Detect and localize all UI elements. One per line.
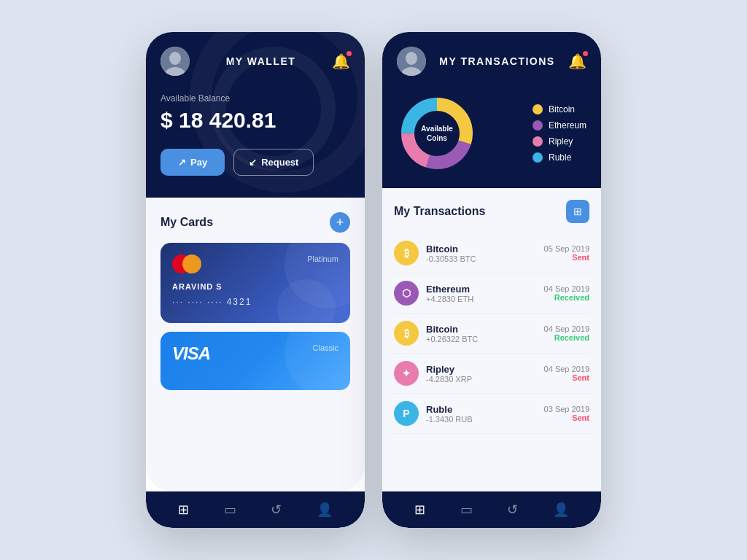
legend-bitcoin: Bitcoin bbox=[533, 104, 587, 114]
wallet-title: MY WALLET bbox=[226, 55, 296, 67]
tx-status-ruble: Sent bbox=[544, 413, 589, 422]
my-cards-header: My Cards + bbox=[160, 212, 350, 233]
tx-icon-bitcoin1: ₿ bbox=[394, 241, 419, 265]
tx-status-bitcoin1: Sent bbox=[544, 253, 589, 262]
tx-name-ruble: Ruble bbox=[426, 404, 537, 415]
card-type-platinum: Platinum bbox=[307, 254, 338, 263]
table-row: P Ruble -1.3430 RUB 03 Sep 2019 Sent bbox=[394, 394, 589, 434]
nav-user-icon[interactable]: 👤 bbox=[317, 502, 333, 518]
legend-label-ripley: Ripley bbox=[549, 136, 573, 147]
svg-point-1 bbox=[169, 52, 181, 65]
action-buttons: ↗ Pay ↙ Request bbox=[160, 149, 350, 176]
legend-dot-ruble bbox=[533, 152, 543, 163]
tx-date-ripley: 04 Sep 2019 bbox=[544, 365, 589, 373]
tx-icon-ripley: ✦ bbox=[394, 361, 419, 386]
tx-name-ethereum: Ethereum bbox=[426, 284, 537, 295]
tx-status-bitcoin2: Received bbox=[544, 333, 589, 342]
donut-chart: AvailableCoins bbox=[397, 93, 477, 174]
tx-icon-ethereum: ⬡ bbox=[394, 281, 419, 306]
legend-dot-ethereum bbox=[533, 120, 543, 131]
tx-info-ripley: Ripley -4.2830 XRP bbox=[426, 364, 537, 384]
tx-nav-history-icon[interactable]: ↺ bbox=[507, 502, 518, 518]
tx-name-bitcoin2: Bitcoin bbox=[426, 324, 537, 335]
wallet-header-top: MY WALLET 🔔 bbox=[160, 47, 350, 76]
tx-amount-bitcoin1: -0.30533 BTC bbox=[426, 254, 537, 263]
bell-icon[interactable]: 🔔 bbox=[332, 52, 350, 70]
legend-dot-bitcoin bbox=[533, 104, 543, 114]
tx-header-top: MY TRANSACTIONS 🔔 bbox=[397, 47, 587, 76]
legend-label-ethereum: Ethereum bbox=[549, 120, 587, 131]
card-platinum: Platinum ARAVIND S ··· ···· ···· 4321 bbox=[160, 243, 350, 323]
tx-name-bitcoin1: Bitcoin bbox=[426, 244, 537, 254]
mc-yellow-circle bbox=[182, 254, 201, 273]
tx-nav-grid-icon[interactable]: ⊞ bbox=[414, 502, 425, 518]
tx-amount-ethereum: +4.2830 ETH bbox=[426, 295, 537, 303]
nav-card-icon[interactable]: ▭ bbox=[224, 502, 236, 518]
tx-status-ethereum: Received bbox=[544, 293, 589, 302]
tx-date-ethereum: 04 Sep 2019 bbox=[544, 284, 589, 293]
nav-history-icon[interactable]: ↺ bbox=[271, 502, 282, 518]
tx-section-header: My Transactions ⊞ bbox=[394, 200, 589, 223]
tx-nav-card-icon[interactable]: ▭ bbox=[460, 502, 473, 518]
tx-name-ripley: Ripley bbox=[426, 364, 537, 375]
tx-title: MY TRANSACTIONS bbox=[439, 55, 554, 67]
filter-button[interactable]: ⊞ bbox=[566, 200, 589, 223]
tx-date-col-bitcoin1: 05 Sep 2019 Sent bbox=[544, 244, 589, 262]
legend-ripley: Ripley bbox=[533, 136, 587, 147]
tx-date-col-bitcoin2: 04 Sep 2019 Received bbox=[544, 324, 589, 342]
tx-amount-ruble: -1.3430 RUB bbox=[426, 415, 537, 424]
wallet-bottom-nav: ⊞ ▭ ↺ 👤 bbox=[146, 491, 365, 528]
tx-date-col-ruble: 03 Sep 2019 Sent bbox=[544, 405, 589, 422]
legend-label-bitcoin: Bitcoin bbox=[549, 104, 575, 114]
legend-dot-ripley bbox=[533, 136, 543, 147]
svg-point-4 bbox=[406, 52, 417, 65]
transactions-phone: MY TRANSACTIONS 🔔 bbox=[382, 32, 601, 528]
tx-icon-bitcoin2: ₿ bbox=[394, 321, 419, 346]
tx-info-bitcoin2: Bitcoin +0.26322 BTC bbox=[426, 324, 537, 343]
card-visa: Classic VISA bbox=[160, 332, 350, 390]
pay-arrow-icon: ↗ bbox=[178, 157, 186, 168]
my-cards-title: My Cards bbox=[160, 216, 213, 229]
tx-notification-dot bbox=[583, 51, 588, 56]
table-row: ✦ Ripley -4.2830 XRP 04 Sep 2019 Sent bbox=[394, 354, 589, 394]
tx-date-ruble: 03 Sep 2019 bbox=[544, 405, 589, 413]
donut-legend: Bitcoin Ethereum Ripley Ruble bbox=[533, 104, 587, 163]
tx-info-ruble: Ruble -1.3430 RUB bbox=[426, 404, 537, 424]
wallet-header: MY WALLET 🔔 Available Balance $ 18 420.8… bbox=[146, 32, 365, 198]
table-row: ₿ Bitcoin +0.26322 BTC 04 Sep 2019 Recei… bbox=[394, 314, 589, 354]
tx-bottom-nav: ⊞ ▭ ↺ 👤 bbox=[382, 491, 601, 528]
table-row: ₿ Bitcoin -0.30533 BTC 05 Sep 2019 Sent bbox=[394, 233, 589, 273]
tx-bell-icon[interactable]: 🔔 bbox=[568, 52, 587, 70]
donut-section: AvailableCoins Bitcoin Ethereum Ripley bbox=[397, 93, 587, 174]
balance-amount: $ 18 420.81 bbox=[160, 108, 350, 133]
tx-amount-bitcoin2: +0.26322 BTC bbox=[426, 335, 537, 343]
mastercard-logo bbox=[172, 254, 201, 273]
balance-label: Available Balance bbox=[160, 93, 350, 104]
nav-grid-icon[interactable]: ⊞ bbox=[178, 502, 189, 518]
tx-amount-ripley: -4.2830 XRP bbox=[426, 375, 537, 384]
request-button[interactable]: ↙ Request bbox=[233, 149, 314, 176]
tx-nav-user-icon[interactable]: 👤 bbox=[553, 502, 569, 518]
wallet-body: My Cards + Platinum ARAVIND S ··· ···· ·… bbox=[146, 198, 365, 491]
transactions-header: MY TRANSACTIONS 🔔 bbox=[382, 32, 601, 188]
donut-center-text: AvailableCoins bbox=[421, 124, 453, 143]
tx-info-ethereum: Ethereum +4.2830 ETH bbox=[426, 284, 537, 303]
request-arrow-icon: ↙ bbox=[249, 157, 257, 168]
tx-status-ripley: Sent bbox=[544, 373, 589, 382]
wallet-phone: MY WALLET 🔔 Available Balance $ 18 420.8… bbox=[146, 32, 365, 528]
tx-info-bitcoin1: Bitcoin -0.30533 BTC bbox=[426, 244, 537, 263]
my-transactions-title: My Transactions bbox=[394, 205, 485, 218]
legend-ruble: Ruble bbox=[533, 152, 587, 163]
add-card-button[interactable]: + bbox=[330, 212, 350, 233]
legend-ethereum: Ethereum bbox=[533, 120, 587, 131]
legend-label-ruble: Ruble bbox=[549, 152, 571, 163]
tx-date-bitcoin2: 04 Sep 2019 bbox=[544, 324, 589, 333]
pay-button[interactable]: ↗ Pay bbox=[160, 149, 225, 176]
table-row: ⬡ Ethereum +4.2830 ETH 04 Sep 2019 Recei… bbox=[394, 273, 589, 314]
transactions-body: My Transactions ⊞ ₿ Bitcoin -0.30533 BTC… bbox=[382, 188, 601, 491]
tx-icon-ruble: P bbox=[394, 401, 419, 426]
notification-dot bbox=[347, 51, 352, 56]
visa-shine bbox=[285, 332, 350, 390]
tx-date-col-ethereum: 04 Sep 2019 Received bbox=[544, 284, 589, 302]
tx-date-col-ripley: 04 Sep 2019 Sent bbox=[544, 365, 589, 382]
